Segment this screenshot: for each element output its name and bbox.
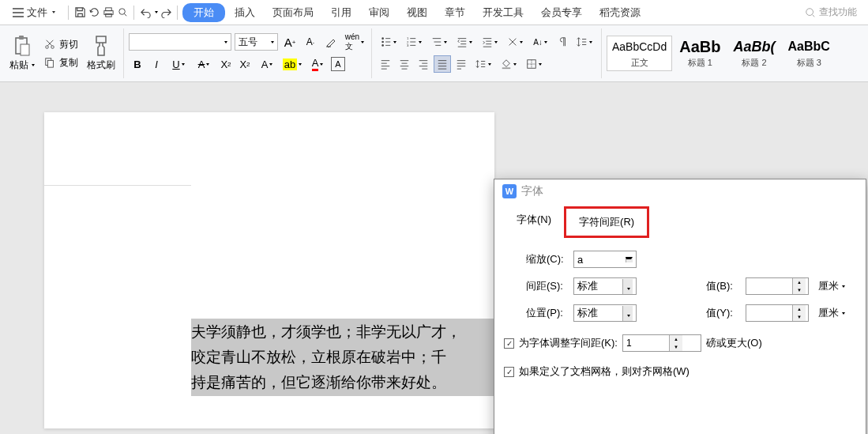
format-painter-button[interactable]: 格式刷 <box>84 33 118 74</box>
menu-insert[interactable]: 插入 <box>227 2 263 23</box>
unit-b-dropdown[interactable]: 厘米 <box>815 279 848 293</box>
strikethrough-button[interactable]: A <box>192 55 216 73</box>
numbering-button[interactable]: 123 <box>402 33 426 51</box>
phonetic-button[interactable]: wén文 <box>343 33 366 51</box>
unit-y-dropdown[interactable]: 厘米 <box>815 306 848 320</box>
grid-checkbox[interactable]: ✓ <box>504 367 514 377</box>
scale-label: 缩放(C): <box>526 252 567 266</box>
undo-arrow-icon[interactable] <box>139 6 152 19</box>
kerning-unit-label: 磅或更大(O) <box>706 336 762 350</box>
increase-indent-button[interactable] <box>478 33 502 51</box>
decrease-font-button[interactable]: A- <box>302 33 319 51</box>
menu-view[interactable]: 视图 <box>399 2 435 23</box>
char-border-button[interactable]: A <box>331 57 345 71</box>
value-b-spinner[interactable]: ▲▼ <box>746 277 809 295</box>
divider <box>177 6 178 20</box>
scale-combo[interactable]: a <box>573 251 637 268</box>
menu-review[interactable]: 审阅 <box>361 2 397 23</box>
save-icon[interactable] <box>73 6 86 19</box>
highlight-button[interactable]: ab <box>280 55 304 73</box>
tab-char-spacing[interactable]: 字符间距(R) <box>564 206 649 238</box>
svg-point-3 <box>118 9 125 15</box>
svg-text:3: 3 <box>407 43 409 47</box>
copy-button[interactable]: 复制 <box>40 55 81 71</box>
svg-rect-0 <box>105 8 111 11</box>
text-effect-button[interactable]: A <box>255 55 279 73</box>
menu-file[interactable]: 文件 <box>5 2 63 23</box>
svg-point-13 <box>381 37 384 40</box>
menu-member[interactable]: 会员专享 <box>533 2 590 23</box>
kerning-spinner[interactable]: ▲▼ <box>622 334 701 352</box>
shading-button[interactable] <box>497 55 520 73</box>
workspace: 夫学须静也，才须学也；非学无以广才， 咬定青山不放松，立根原在破岩中；千 持是痛… <box>0 82 868 434</box>
bullets-button[interactable] <box>377 33 400 51</box>
dialog-tabs: 字体(N) 字符间距(R) <box>494 206 866 238</box>
font-name-combo[interactable] <box>129 33 231 51</box>
menu-chapter[interactable]: 章节 <box>437 2 473 23</box>
font-size-combo[interactable]: 五号 <box>235 33 278 51</box>
search-box[interactable]: 查找功能 <box>805 6 863 19</box>
svg-point-14 <box>381 41 384 43</box>
undo-icon[interactable] <box>88 6 100 19</box>
align-left-button[interactable] <box>377 55 394 73</box>
hamburger-icon <box>13 8 24 17</box>
line-spacing-button[interactable] <box>573 33 596 51</box>
svg-rect-7 <box>21 44 29 55</box>
divider <box>68 6 69 20</box>
pilcrow-button[interactable] <box>554 33 571 51</box>
asian-layout-button[interactable] <box>503 33 527 51</box>
dialog-titlebar: W 字体 <box>494 179 866 203</box>
multilevel-button[interactable] <box>427 33 451 51</box>
superscript-button[interactable]: X2 <box>217 55 235 73</box>
menu-reference[interactable]: 引用 <box>323 2 359 23</box>
spacing-combo[interactable]: 标准 <box>573 277 637 295</box>
align-center-button[interactable] <box>396 55 413 73</box>
style-body[interactable]: AaBbCcDd 正文 <box>607 36 672 71</box>
svg-rect-11 <box>47 60 53 67</box>
print-preview-icon[interactable] <box>116 6 129 19</box>
style-heading2[interactable]: AaBb( 标题 2 <box>728 36 781 71</box>
increase-font-button[interactable]: A+ <box>281 33 299 51</box>
style-heading1[interactable]: AaBb 标题 1 <box>674 36 726 71</box>
kerning-label: 为字体调整字间距(K): <box>519 336 618 350</box>
align-distribute-button[interactable] <box>453 55 470 73</box>
redo-arrow-icon[interactable] <box>160 6 172 19</box>
selected-text[interactable]: 夫学须静也，才须学也；非学无以广才， 咬定青山不放松，立根原在破岩中；千 持是痛… <box>191 319 498 396</box>
subscript-button[interactable]: X2 <box>236 55 254 73</box>
margin-guide <box>44 185 191 186</box>
style-heading3[interactable]: AaBbC 标题 3 <box>783 36 836 71</box>
borders-button[interactable] <box>522 55 546 73</box>
underline-button[interactable]: U <box>167 55 190 73</box>
menu-dev-tools[interactable]: 开发工具 <box>475 2 532 23</box>
paste-button[interactable]: 粘贴 <box>6 33 38 74</box>
cut-button[interactable]: 剪切 <box>40 36 81 53</box>
align-justify-button[interactable] <box>434 55 451 73</box>
position-combo[interactable]: 标准 <box>573 304 637 322</box>
svg-point-8 <box>46 46 49 49</box>
kerning-checkbox[interactable]: ✓ <box>504 338 514 349</box>
menu-bar: 文件 开始 插入 页面布局 引用 审阅 视图 章节 开发工具 会员专享 稻壳资源… <box>0 0 868 25</box>
spacing-label: 间距(S): <box>526 279 567 293</box>
line-spacing2-button[interactable] <box>472 55 495 73</box>
sort-button[interactable]: A↓ <box>528 33 552 51</box>
decrease-indent-button[interactable] <box>453 33 476 51</box>
svg-point-4 <box>806 8 814 15</box>
clear-format-button[interactable] <box>322 33 340 51</box>
print-icon[interactable] <box>102 6 115 19</box>
menu-page-layout[interactable]: 页面布局 <box>265 2 321 23</box>
bold-button[interactable]: B <box>129 55 146 73</box>
font-group: 五号 A+ A- wén文 B I U A X2 X2 A ab A A <box>127 28 372 78</box>
font-color-button[interactable]: A <box>306 55 329 73</box>
menu-start[interactable]: 开始 <box>182 3 225 22</box>
value-b-label: 值(B): <box>706 279 739 293</box>
undo-dropdown[interactable] <box>155 11 158 13</box>
tab-font[interactable]: 字体(N) <box>504 206 564 238</box>
paragraph-group: 123 A↓ <box>375 28 602 78</box>
position-label: 位置(P): <box>526 306 567 320</box>
value-y-spinner[interactable]: ▲▼ <box>746 304 809 322</box>
align-right-button[interactable] <box>415 55 432 73</box>
menu-resources[interactable]: 稻壳资源 <box>592 2 648 23</box>
svg-point-15 <box>381 44 384 47</box>
italic-button[interactable]: I <box>148 55 165 73</box>
svg-point-9 <box>51 46 54 49</box>
